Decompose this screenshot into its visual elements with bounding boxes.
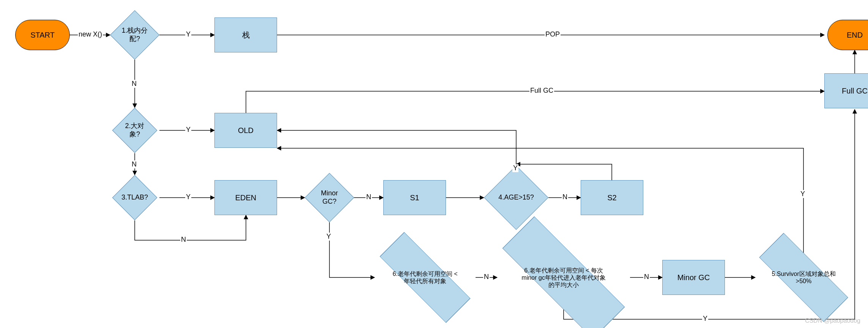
decision-big-object: 2.大对象? <box>119 114 151 146</box>
start-label: START <box>30 31 55 40</box>
edge-minorq-y: Y <box>326 233 332 241</box>
decision-stack-alloc-label: 1.栈内分配? <box>117 17 152 52</box>
decision-tlab: 3.TLAB? <box>119 182 151 214</box>
process-minor-gc-label: Minor GC <box>677 273 710 282</box>
decision-big-object-label: 2.大对象? <box>119 114 151 146</box>
decision-old-space-a-label: 6.老年代剩余可用空间 < 年轻代所有对象 <box>389 253 461 302</box>
process-old-label: OLD <box>238 126 254 135</box>
process-s2-label: S2 <box>607 193 616 202</box>
end-terminator: END <box>827 20 868 50</box>
edge-d3-n: N <box>180 236 187 244</box>
edge-age-y: Y <box>512 164 518 172</box>
decision-survivor: 5.Survivor区域对象总和>50% <box>769 253 839 302</box>
edge-d2-y: Y <box>185 126 191 134</box>
process-s1-label: S1 <box>410 193 419 202</box>
decision-minor-gc-label: Minor GC? <box>312 180 347 215</box>
process-stack-label: 栈 <box>242 30 250 40</box>
decision-stack-alloc: 1.栈内分配? <box>117 17 152 52</box>
edge-d3-y: Y <box>185 193 191 201</box>
decision-tlab-label: 3.TLAB? <box>119 182 151 214</box>
edge-d6b-n: N <box>643 273 650 281</box>
edge-d1-n: N <box>131 80 137 88</box>
process-old: OLD <box>214 113 277 148</box>
process-s2: S2 <box>581 180 643 215</box>
process-full-gc-label: Full GC <box>842 87 868 95</box>
edge-age-n: N <box>562 193 568 201</box>
process-stack: 栈 <box>214 17 277 52</box>
process-full-gc: Full GC <box>824 73 868 108</box>
edge-minorq-n: N <box>365 193 372 201</box>
decision-age: 4.AGE>15? <box>493 175 539 220</box>
decision-old-space-b: 6.老年代剩余可用空间 < 每次minor gc年轻代进入老年代对象的平均大小 <box>516 246 611 309</box>
process-s1: S1 <box>383 180 446 215</box>
process-minor-gc: Minor GC <box>662 260 725 295</box>
edge-newx: new X() <box>78 30 103 38</box>
edge-pop: POP <box>545 30 561 38</box>
edge-d1-y: Y <box>185 30 191 38</box>
edge-d6a-n: N <box>483 273 490 281</box>
edge-d5-y: Y <box>800 190 806 198</box>
flowchart-canvas: START END 1.栈内分配? 2.大对象? 3.TLAB? Minor G… <box>0 0 868 328</box>
decision-age-label: 4.AGE>15? <box>493 175 539 220</box>
end-label: END <box>847 31 863 40</box>
decision-old-space-b-label: 6.老年代剩余可用空间 < 每次minor gc年轻代进入老年代对象的平均大小 <box>516 246 611 309</box>
decision-survivor-label: 5.Survivor区域对象总和>50% <box>769 253 839 302</box>
decision-minor-gc: Minor GC? <box>312 180 347 215</box>
edge-old-fullgc: Full GC <box>529 87 554 95</box>
watermark: CSDN @paopaodog <box>805 317 860 324</box>
decision-old-space-a: 6.老年代剩余可用空间 < 年轻代所有对象 <box>389 253 461 302</box>
edge-d2-n: N <box>131 160 137 168</box>
process-eden: EDEN <box>214 180 277 215</box>
edge-d6b-y: Y <box>702 315 708 323</box>
process-eden-label: EDEN <box>235 193 257 202</box>
start-terminator: START <box>15 20 70 50</box>
